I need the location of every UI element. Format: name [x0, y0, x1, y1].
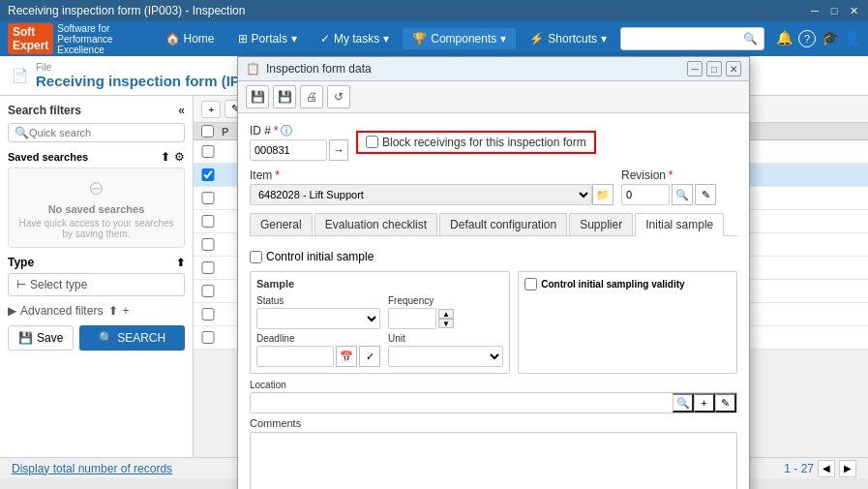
select-all-checkbox[interactable] [201, 125, 214, 138]
modal-save-button[interactable]: 💾 [246, 85, 269, 108]
logo-box: SoftExpert [8, 23, 53, 54]
breadcrumb: File [36, 62, 269, 73]
id-label: ID # * ⓘ [250, 123, 348, 139]
control-initial-sample-checkbox[interactable] [250, 251, 262, 263]
id-required: * [274, 124, 279, 138]
tab-evaluation[interactable]: Evaluation checklist [314, 213, 437, 235]
add-button[interactable]: + [201, 101, 221, 118]
expand-icon: ▶ [8, 304, 16, 318]
save-button[interactable]: 💾 Save [8, 325, 74, 351]
top-search-input[interactable] [627, 33, 743, 45]
quick-search-wrap[interactable]: 🔍 [8, 123, 185, 142]
freq-down-button[interactable]: ▼ [438, 319, 454, 328]
id-arrow-button[interactable]: → [329, 139, 348, 161]
modal-save2-button[interactable]: 💾 [273, 85, 296, 108]
row-checkbox[interactable] [201, 331, 215, 344]
revision-search-button[interactable]: 🔍 [672, 184, 693, 205]
modal-maximize-button[interactable]: □ [706, 61, 722, 76]
top-search-box[interactable]: 🔍 [620, 27, 764, 50]
components-chevron: ▾ [500, 32, 506, 46]
deadline-input[interactable] [256, 346, 334, 367]
revision-label: Revision * [621, 168, 737, 182]
menu-bar: SoftExpert Software for Performance Exce… [0, 21, 868, 56]
help-icon[interactable]: ? [798, 30, 816, 47]
quick-search-input[interactable] [29, 127, 178, 138]
menu-shortcuts[interactable]: ⚡ Shortcuts ▾ [520, 28, 616, 49]
select-type-button[interactable]: ⊢ Select type [8, 273, 185, 296]
modal-minimize-button[interactable]: ─ [687, 61, 703, 76]
row-checkbox[interactable] [201, 168, 215, 181]
comments-textarea[interactable] [250, 432, 737, 489]
revision-edit-button[interactable]: ✎ [695, 184, 716, 205]
type-tree-icon: ⊢ [16, 278, 26, 291]
item-select[interactable]: 6482028 - Lift Support [250, 184, 592, 205]
menu-home[interactable]: 🏠 Home [156, 28, 224, 49]
row-checkbox[interactable] [201, 192, 215, 204]
user-avatar[interactable]: 👤 [844, 30, 860, 47]
maximize-button[interactable]: □ [827, 4, 841, 17]
deadline-label: Deadline [256, 333, 380, 344]
saved-search-sort-icon[interactable]: ⬆ [161, 150, 170, 164]
sampling-validity-checkbox[interactable] [524, 278, 537, 290]
search-button[interactable]: 🔍 SEARCH [79, 325, 185, 351]
id-input[interactable] [250, 139, 327, 161]
modal-refresh-button[interactable]: ↺ [327, 85, 350, 108]
advanced-filters[interactable]: ▶ Advanced filters ⬆ + [8, 304, 185, 318]
block-receivings-checkbox[interactable] [366, 136, 378, 148]
location-search-button[interactable]: 🔍 [673, 393, 694, 413]
revision-input[interactable] [621, 184, 670, 205]
location-input[interactable] [251, 393, 673, 413]
menu-portals[interactable]: ⊞ Portals ▾ [228, 28, 307, 49]
menu-tasks[interactable]: ✓ My tasks ▾ [311, 28, 399, 49]
row-checkbox[interactable] [201, 308, 215, 321]
row-checkbox[interactable] [201, 238, 215, 251]
deadline-calendar-button[interactable]: 📅 [336, 346, 357, 367]
type-sort-icon[interactable]: ⬆ [176, 257, 185, 269]
title-bar: Receiving inspection form (IP003) - Insp… [0, 0, 868, 21]
frequency-input[interactable] [388, 308, 436, 329]
revision-required: * [669, 168, 673, 182]
tab-initial-sample[interactable]: Initial sample [635, 213, 724, 236]
page-title: Receiving inspection form (IP003) [36, 73, 269, 89]
comments-section: Comments [250, 417, 737, 489]
unit-select[interactable] [388, 346, 503, 367]
bell-icon[interactable]: 🔔 [776, 30, 793, 47]
deadline-clear-button[interactable]: ✓ [359, 346, 380, 367]
modal-title: Inspection form data [266, 62, 372, 76]
tab-supplier[interactable]: Supplier [569, 213, 633, 235]
close-button[interactable]: ✕ [847, 4, 860, 17]
menu-components[interactable]: 🏆 Components ▾ [403, 28, 516, 49]
graduation-icon[interactable]: 🎓 [822, 30, 838, 47]
collapse-icon[interactable]: « [178, 104, 185, 117]
modal-controls: ─ □ ✕ [687, 61, 741, 76]
tasks-icon: ✓ [320, 32, 330, 46]
display-records-text[interactable]: Display total number of records [12, 462, 172, 475]
modal-print-button[interactable]: 🖨 [300, 85, 323, 108]
minimize-button[interactable]: ─ [808, 4, 822, 17]
row-checkbox[interactable] [201, 285, 215, 297]
tab-general[interactable]: General [250, 213, 313, 235]
comments-label: Comments [250, 417, 737, 429]
saved-search-settings-icon[interactable]: ⚙ [174, 150, 185, 164]
tab-default-config[interactable]: Default configuration [439, 213, 567, 235]
modal-close-button[interactable]: ✕ [726, 61, 741, 76]
freq-up-button[interactable]: ▲ [438, 309, 454, 319]
tasks-chevron: ▾ [383, 32, 389, 46]
adv-add-icon[interactable]: + [122, 304, 129, 318]
sample-fields: Status Deadline 📅 ✓ Fre [256, 295, 503, 367]
item-search-button[interactable]: 📁 [592, 184, 614, 205]
saved-searches-label: Saved searches [8, 151, 88, 163]
search-icon: 🔍 [15, 126, 29, 139]
logo: SoftExpert Software for Performance Exce… [8, 23, 144, 55]
row-checkbox[interactable] [201, 145, 215, 158]
next-page-button[interactable]: ▶ [839, 460, 856, 477]
block-receivings-label: Block receivings for this inspection for… [382, 136, 586, 149]
item-field-wrap: Item * 6482028 - Lift Support 📁 [250, 168, 614, 205]
status-select[interactable] [256, 308, 380, 329]
row-checkbox[interactable] [201, 261, 215, 274]
row-checkbox[interactable] [201, 215, 215, 228]
location-edit-button[interactable]: ✎ [715, 393, 736, 413]
control-initial-sample-row: Control initial sample [250, 250, 737, 263]
prev-page-button[interactable]: ◀ [818, 460, 835, 477]
location-add-button[interactable]: + [694, 393, 715, 413]
